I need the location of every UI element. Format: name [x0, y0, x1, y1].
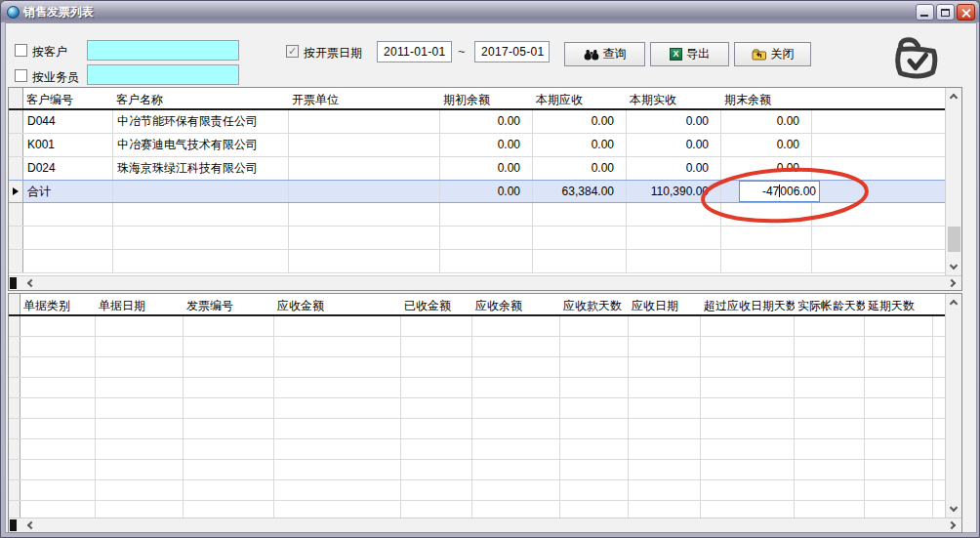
- column-header[interactable]: 应收款天数: [560, 294, 629, 314]
- grid-row[interactable]: [9, 501, 945, 517]
- column-header[interactable]: 应收金额: [274, 294, 401, 314]
- cell: [629, 337, 701, 356]
- row-selector[interactable]: [9, 203, 23, 226]
- cell: [721, 227, 812, 249]
- grid-row[interactable]: [9, 480, 945, 501]
- grid-row[interactable]: [9, 460, 945, 480]
- row-selector[interactable]: [9, 501, 20, 517]
- grid-row[interactable]: [9, 227, 945, 250]
- column-header[interactable]: 延期天数: [865, 294, 933, 314]
- row-selector[interactable]: [9, 378, 20, 397]
- scrollbar-thumb[interactable]: [10, 519, 17, 531]
- close-button[interactable]: [957, 4, 975, 21]
- column-header[interactable]: 单据日期: [96, 294, 184, 314]
- row-selector[interactable]: [9, 460, 20, 479]
- grid-row[interactable]: D024珠海京珠绿江科技有限公司0.000.000.000.00: [9, 157, 945, 181]
- column-header[interactable]: 客户名称: [113, 88, 289, 108]
- scroll-up-icon[interactable]: [950, 300, 958, 308]
- column-header[interactable]: 开票单位: [289, 88, 440, 108]
- column-header[interactable]: 本期实收: [627, 88, 721, 108]
- vertical-scrollbar[interactable]: [945, 88, 961, 275]
- row-selector[interactable]: [9, 480, 20, 500]
- row-selector[interactable]: [9, 227, 23, 249]
- column-header[interactable]: 客户编号: [23, 88, 113, 108]
- cell: K001: [23, 134, 113, 156]
- row-selector[interactable]: [9, 419, 20, 438]
- date-from-input[interactable]: 2011-01-01: [377, 41, 452, 62]
- maximize-button[interactable]: [936, 4, 955, 21]
- row-selector[interactable]: [9, 357, 20, 377]
- scroll-down-icon[interactable]: [950, 262, 958, 269]
- grid-row[interactable]: 合计0.0063,384.00110,390.00-47006.00: [9, 180, 945, 203]
- scroll-left-icon[interactable]: [27, 279, 35, 287]
- column-header[interactable]: 实际帐龄天数: [795, 294, 865, 314]
- column-header[interactable]: 发票编号: [184, 294, 274, 314]
- cell: D044: [23, 110, 113, 133]
- column-header[interactable]: 期末余额: [721, 88, 812, 108]
- grid-row[interactable]: [9, 439, 945, 460]
- cell-editor[interactable]: -47006.00: [739, 181, 820, 202]
- customer-filter-input[interactable]: [87, 40, 239, 61]
- close-window-button[interactable]: 关闭: [734, 42, 811, 66]
- scroll-up-icon[interactable]: [950, 94, 958, 102]
- scroll-right-icon[interactable]: [948, 521, 956, 529]
- scrollbar-thumb[interactable]: [948, 227, 960, 252]
- by-customer-checkbox[interactable]: [15, 44, 27, 57]
- scroll-down-icon[interactable]: [950, 504, 958, 512]
- column-header[interactable]: 期初余额: [440, 88, 533, 108]
- cell: [629, 501, 701, 517]
- grid-row[interactable]: [9, 203, 945, 227]
- scroll-right-icon[interactable]: [948, 279, 956, 287]
- vertical-scrollbar[interactable]: [945, 294, 961, 517]
- cell: [865, 398, 933, 418]
- cell: [440, 227, 533, 249]
- row-selector[interactable]: [9, 398, 20, 418]
- export-button[interactable]: X 导出: [650, 42, 729, 66]
- horizontal-scrollbar[interactable]: [9, 275, 961, 290]
- cell: [865, 378, 933, 397]
- by-salesman-checkbox[interactable]: [15, 69, 27, 82]
- row-selector[interactable]: [9, 316, 20, 336]
- row-selector[interactable]: [9, 110, 23, 133]
- row-selector[interactable]: [9, 439, 20, 459]
- horizontal-scrollbar[interactable]: [9, 517, 961, 532]
- scroll-left-icon[interactable]: [27, 521, 35, 529]
- row-selector[interactable]: [9, 337, 20, 356]
- grid-row[interactable]: [9, 419, 945, 439]
- grid-row[interactable]: [9, 316, 945, 337]
- cell: [701, 398, 795, 418]
- column-header[interactable]: 超过应收日期天数: [701, 294, 795, 314]
- column-header[interactable]: 应收余额: [472, 294, 560, 314]
- column-header[interactable]: 本期应收: [533, 88, 627, 108]
- row-selector[interactable]: [9, 134, 23, 156]
- cell: [96, 480, 184, 500]
- scrollbar-thumb[interactable]: [10, 277, 17, 289]
- grid-row[interactable]: [9, 378, 945, 398]
- minimize-button[interactable]: [916, 4, 934, 21]
- cell: [472, 357, 560, 377]
- salesman-filter-input[interactable]: [87, 64, 239, 85]
- grid-row[interactable]: [9, 357, 945, 378]
- date-to-input[interactable]: 2017-05-01: [474, 41, 550, 62]
- column-header[interactable]: 单据类别: [20, 294, 96, 314]
- query-button[interactable]: 查询: [564, 42, 645, 66]
- grid-row[interactable]: [9, 337, 945, 357]
- grid-row[interactable]: [9, 250, 945, 273]
- grid-row[interactable]: K001中冶赛迪电气技术有限公司0.000.000.000.00: [9, 134, 945, 157]
- grid-row[interactable]: [9, 398, 945, 419]
- cell: [560, 398, 629, 418]
- cell: [533, 227, 627, 249]
- cell: [20, 480, 96, 500]
- grid-row[interactable]: D044中冶节能环保有限责任公司0.000.000.000.00: [9, 110, 945, 134]
- invoice-detail-grid: 单据类别单据日期发票编号应收金额已收金额应收余额应收款天数应收日期超过应收日期天…: [8, 293, 962, 533]
- cell: [401, 378, 472, 397]
- column-header[interactable]: 已收金额: [401, 294, 472, 314]
- cell-filler: [812, 227, 945, 249]
- header-selector-cell: [9, 294, 20, 314]
- row-selector[interactable]: [9, 181, 23, 202]
- row-selector[interactable]: [9, 157, 23, 180]
- column-header[interactable]: 应收日期: [629, 294, 701, 314]
- by-invoice-date-checkbox[interactable]: [286, 45, 299, 58]
- row-selector[interactable]: [9, 250, 23, 272]
- cell: [472, 501, 560, 517]
